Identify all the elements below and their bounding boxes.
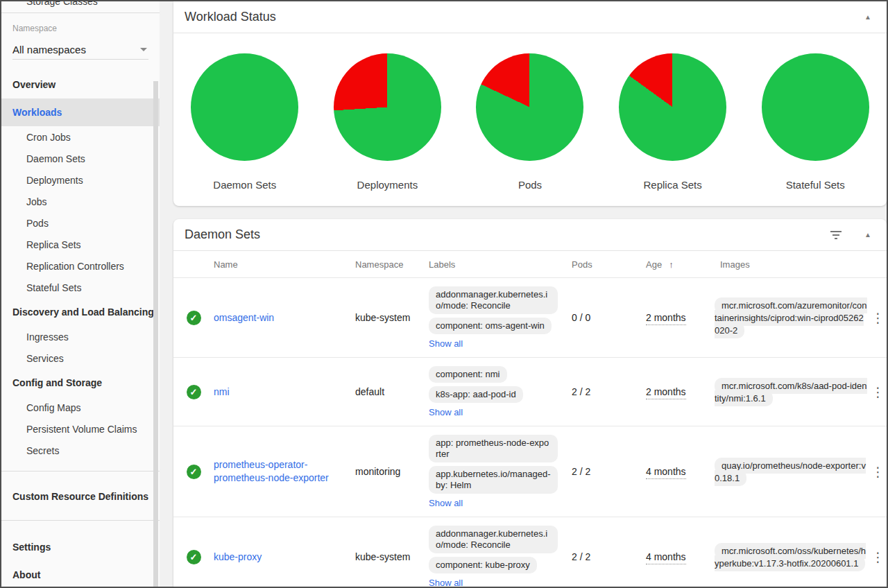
namespace-cell: monitoring bbox=[355, 466, 429, 477]
column-header-labels[interactable]: Labels bbox=[429, 259, 572, 270]
pie-label: Replica Sets bbox=[643, 179, 701, 191]
pie-chart-daemon-sets bbox=[191, 53, 298, 161]
divider bbox=[1, 471, 160, 472]
pie-chart-replica-sets bbox=[619, 53, 726, 161]
label-chip: k8s-app: aad-pod-id bbox=[429, 386, 523, 403]
pie-chart-stateful-sets bbox=[762, 53, 869, 161]
sidebar-item-custom-resource-definitions[interactable]: Custom Resource Definitions bbox=[1, 483, 160, 510]
daemonset-name-link[interactable]: kube-proxy bbox=[214, 551, 355, 564]
status-ok-icon bbox=[187, 465, 201, 479]
kebab-menu-icon[interactable] bbox=[867, 309, 887, 327]
sidebar-scrollbar[interactable] bbox=[153, 81, 158, 587]
sidebar-item-deployments[interactable]: Deployments bbox=[1, 169, 160, 191]
table-row: kube-proxy kube-system addonmanager.kube… bbox=[173, 517, 887, 587]
kebab-menu-icon[interactable] bbox=[867, 462, 887, 481]
divider bbox=[1, 12, 160, 13]
sidebar-item-jobs[interactable]: Jobs bbox=[1, 191, 160, 212]
sidebar-item-overview[interactable]: Overview bbox=[1, 71, 160, 98]
age-cell: 4 months bbox=[646, 466, 715, 477]
pie-label: Deployments bbox=[357, 179, 418, 191]
label-chip: addonmanager.kubernetes.io/mode: Reconci… bbox=[429, 526, 558, 553]
sidebar-item-replica-sets[interactable]: Replica Sets bbox=[1, 234, 160, 255]
kebab-menu-icon[interactable] bbox=[867, 383, 887, 401]
label-chip: component: kube-proxy bbox=[429, 557, 537, 573]
divider bbox=[1, 520, 160, 521]
labels-cell: addonmanager.kubernetes.io/mode: Reconci… bbox=[429, 282, 572, 353]
labels-cell: addonmanager.kubernetes.io/mode: Reconci… bbox=[429, 521, 572, 587]
sidebar-item-secrets[interactable]: Secrets bbox=[1, 440, 160, 461]
label-chip: component: oms-agent-win bbox=[429, 318, 552, 334]
sidebar-item-settings[interactable]: Settings bbox=[1, 533, 160, 561]
namespace-label: Namespace bbox=[12, 24, 160, 33]
age-cell: 4 months bbox=[646, 551, 715, 562]
labels-cell: component: nmi k8s-app: aad-pod-id Show … bbox=[429, 362, 572, 422]
pods-cell: 2 / 2 bbox=[572, 466, 646, 477]
status-ok-icon bbox=[187, 385, 201, 399]
table-header-row: Name Namespace Labels Pods Age↑ Images bbox=[173, 251, 887, 277]
column-header-name[interactable]: Name bbox=[214, 259, 355, 270]
pods-cell: 2 / 2 bbox=[572, 551, 646, 562]
namespace-cell: kube-system bbox=[355, 312, 429, 323]
daemonset-name-link[interactable]: nmi bbox=[214, 386, 355, 399]
image-chip: quay.io/prometheus/node-exporter:v0.18.1 bbox=[715, 458, 866, 486]
label-chip: app: prometheus-node-exporter bbox=[429, 435, 558, 462]
pie-label: Daemon Sets bbox=[213, 179, 276, 191]
sidebar-item-storage-classes[interactable]: Storage Classes bbox=[1, 1, 160, 7]
table-row: prometheus-operator-prometheus-node-expo… bbox=[173, 426, 887, 517]
sidebar-item-persistent-volume-claims[interactable]: Persistent Volume Claims bbox=[1, 418, 160, 440]
pods-cell: 0 / 0 bbox=[572, 312, 646, 323]
sidebar-item-about[interactable]: About bbox=[1, 561, 160, 587]
sidebar-item-workloads[interactable]: Workloads bbox=[1, 98, 160, 126]
sidebar-item-pods[interactable]: Pods bbox=[1, 212, 160, 234]
card-title-workload-status: Workload Status bbox=[185, 10, 862, 24]
image-chip: mcr.microsoft.com/azuremonitor/container… bbox=[715, 297, 867, 338]
label-chip: component: nmi bbox=[429, 366, 507, 383]
main-content: Workload Status Daemon Sets Deployments … bbox=[161, 1, 887, 587]
sidebar-item-discovery-and-load-balancing[interactable]: Discovery and Load Balancing bbox=[1, 298, 160, 326]
sidebar-item-stateful-sets[interactable]: Stateful Sets bbox=[1, 277, 160, 298]
daemon-sets-card: Daemon Sets Name Namespace Labels Pods A… bbox=[173, 219, 887, 587]
show-all-link[interactable]: Show all bbox=[429, 407, 463, 417]
table-row: nmi default component: nmi k8s-app: aad-… bbox=[173, 357, 887, 426]
sidebar-item-replication-controllers[interactable]: Replication Controllers bbox=[1, 255, 160, 277]
pie-chart-pods bbox=[476, 53, 583, 161]
namespace-selected-value: All namespaces bbox=[12, 44, 86, 55]
pie-chart-row: Daemon Sets Deployments Pods Replica Set… bbox=[173, 33, 887, 191]
chevron-down-icon bbox=[140, 48, 147, 51]
pie-label: Pods bbox=[518, 179, 542, 191]
kebab-menu-icon[interactable] bbox=[867, 548, 887, 567]
namespace-cell: kube-system bbox=[355, 551, 429, 562]
sidebar-item-services[interactable]: Services bbox=[1, 347, 160, 369]
image-chip: mcr.microsoft.com/k8s/aad-pod-identity/n… bbox=[715, 378, 867, 406]
status-ok-icon bbox=[187, 311, 201, 325]
age-cell: 2 months bbox=[646, 312, 715, 323]
sidebar-item-cron-jobs[interactable]: Cron Jobs bbox=[1, 126, 160, 148]
column-header-images[interactable]: Images bbox=[715, 259, 867, 270]
show-all-link[interactable]: Show all bbox=[429, 498, 463, 508]
column-header-age[interactable]: Age↑ bbox=[646, 259, 715, 270]
sidebar-item-config-maps[interactable]: Config Maps bbox=[1, 397, 160, 418]
namespace-selector[interactable]: All namespaces bbox=[12, 40, 148, 60]
pie-chart-deployments bbox=[334, 53, 441, 161]
card-title-daemon-sets: Daemon Sets bbox=[185, 227, 828, 242]
sidebar-item-config-and-storage[interactable]: Config and Storage bbox=[1, 369, 160, 397]
daemonset-name-link[interactable]: prometheus-operator-prometheus-node-expo… bbox=[214, 458, 355, 485]
workload-status-card: Workload Status Daemon Sets Deployments … bbox=[173, 1, 887, 206]
pie-label: Stateful Sets bbox=[786, 179, 845, 191]
daemonset-name-link[interactable]: omsagent-win bbox=[214, 311, 355, 325]
sidebar-item-ingresses[interactable]: Ingresses bbox=[1, 326, 160, 347]
table-row: omsagent-win kube-system addonmanager.ku… bbox=[173, 277, 887, 357]
collapse-icon[interactable] bbox=[862, 10, 874, 24]
column-header-namespace[interactable]: Namespace bbox=[355, 259, 429, 270]
sidebar-item-daemon-sets[interactable]: Daemon Sets bbox=[1, 148, 160, 169]
filter-list-icon[interactable] bbox=[828, 229, 844, 241]
sort-ascending-icon: ↑ bbox=[669, 259, 674, 270]
pods-cell: 2 / 2 bbox=[572, 386, 646, 397]
labels-cell: app: prometheus-node-exporter app.kubern… bbox=[429, 431, 572, 512]
image-chip: mcr.microsoft.com/oss/kubernetes/hyperku… bbox=[715, 543, 866, 571]
show-all-link[interactable]: Show all bbox=[429, 338, 463, 349]
label-chip: addonmanager.kubernetes.io/mode: Reconci… bbox=[429, 286, 558, 314]
column-header-pods[interactable]: Pods bbox=[572, 259, 646, 270]
show-all-link[interactable]: Show all bbox=[429, 578, 463, 587]
collapse-icon[interactable] bbox=[862, 228, 874, 241]
